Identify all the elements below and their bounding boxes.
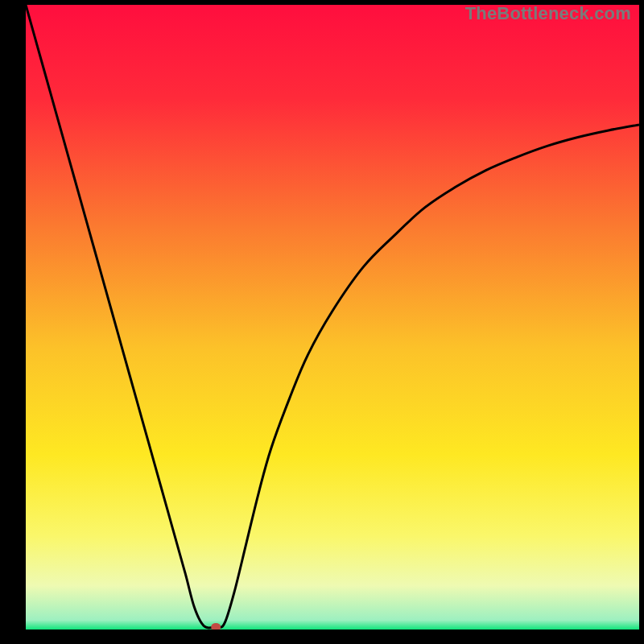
chart-canvas bbox=[0, 0, 644, 644]
bottleneck-chart: TheBottleneck.com bbox=[0, 0, 644, 644]
plot-background bbox=[26, 5, 639, 630]
watermark-text: TheBottleneck.com bbox=[465, 3, 631, 24]
min-point-marker bbox=[211, 623, 221, 631]
